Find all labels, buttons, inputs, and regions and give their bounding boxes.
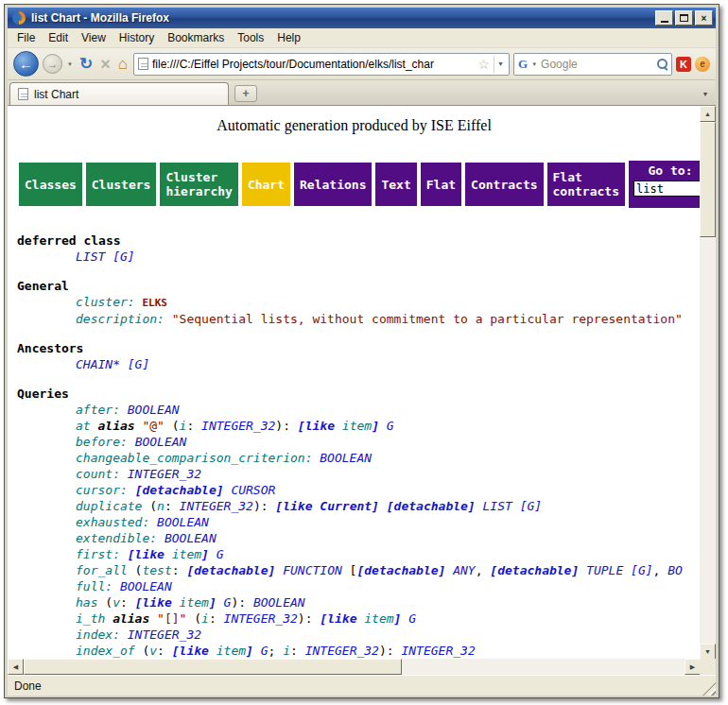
- class-link[interactable]: [detachable]: [186, 563, 275, 577]
- class-link[interactable]: BOOLEAN: [165, 531, 217, 545]
- class-link[interactable]: ]: [372, 419, 379, 433]
- class-link[interactable]: BOOLEAN: [120, 579, 172, 593]
- class-link[interactable]: FUNCTION: [283, 563, 342, 577]
- class-link[interactable]: ]: [209, 595, 217, 610]
- code-segment: changeable_comparison_criterion:: [76, 451, 320, 465]
- url-input[interactable]: [152, 58, 475, 71]
- nav-button-clusters[interactable]: Clusters: [86, 163, 157, 206]
- code-segment: (: [165, 419, 180, 433]
- class-link[interactable]: INTEGER_32: [401, 644, 475, 658]
- class-link[interactable]: INTEGER_32: [305, 644, 379, 658]
- forward-button[interactable]: →: [43, 54, 62, 74]
- home-button[interactable]: ⌂: [116, 56, 130, 72]
- horizontal-scroll-thumb[interactable]: [24, 659, 402, 675]
- code-segment: extendible:: [76, 531, 165, 545]
- menu-help[interactable]: Help: [270, 29, 307, 47]
- class-link[interactable]: CURSOR: [231, 483, 275, 497]
- menu-file[interactable]: File: [10, 29, 42, 47]
- location-bar[interactable]: ☆ ▼: [133, 53, 510, 76]
- horizontal-scrollbar[interactable]: ◀ ▶: [8, 659, 701, 675]
- menu-bookmarks[interactable]: Bookmarks: [161, 29, 231, 47]
- back-button[interactable]: ←: [13, 51, 39, 77]
- list-all-tabs-button[interactable]: ▼: [697, 85, 714, 102]
- goto-input[interactable]: [633, 181, 701, 197]
- class-link[interactable]: [detachable]: [387, 499, 476, 513]
- class-link[interactable]: BOOLEAN: [320, 451, 372, 465]
- class-link[interactable]: INTEGER_32: [128, 467, 201, 481]
- menu-history[interactable]: History: [113, 29, 161, 47]
- maximize-button[interactable]: [675, 10, 693, 26]
- class-link[interactable]: BOOLEAN: [253, 595, 305, 610]
- class-link[interactable]: G: [387, 419, 394, 433]
- class-link[interactable]: [like: [128, 547, 172, 561]
- code-segment: :: [120, 595, 135, 610]
- menu-edit[interactable]: Edit: [42, 29, 75, 47]
- search-bar[interactable]: G ▼: [513, 53, 672, 76]
- class-link[interactable]: CHAIN* [G]: [76, 357, 149, 371]
- class-link[interactable]: BOOLEAN: [128, 403, 180, 417]
- new-tab-button[interactable]: +: [234, 85, 257, 102]
- class-link[interactable]: ]: [246, 644, 253, 658]
- search-magnifier-icon[interactable]: [656, 58, 668, 70]
- nav-button-flat[interactable]: Flat: [421, 163, 461, 206]
- class-link[interactable]: BOOLEAN: [157, 515, 209, 529]
- code-segment: ):: [298, 611, 320, 626]
- class-link[interactable]: INTEGER_32: [180, 499, 253, 513]
- url-history-dropdown[interactable]: ▼: [494, 56, 507, 73]
- class-link[interactable]: [like: [298, 419, 342, 433]
- class-link[interactable]: [detachable]: [356, 563, 445, 577]
- addon-icon-orange[interactable]: e: [695, 57, 710, 72]
- page-favicon: [138, 58, 148, 70]
- tab-list-chart[interactable]: list Chart: [9, 82, 229, 105]
- class-link[interactable]: INTEGER_32: [224, 611, 298, 626]
- class-link[interactable]: LIST [G]: [76, 249, 135, 264]
- class-link[interactable]: [like: [135, 595, 180, 610]
- nav-button-flat-contracts[interactable]: Flat contracts: [547, 163, 625, 206]
- scrollbar-corner: [700, 659, 716, 675]
- nav-button-chart[interactable]: Chart: [242, 163, 290, 206]
- close-button[interactable]: ×: [695, 10, 713, 26]
- nav-button-contracts[interactable]: Contracts: [465, 163, 543, 206]
- class-link[interactable]: [detachable]: [135, 483, 224, 497]
- minimize-button[interactable]: [655, 10, 673, 26]
- class-link[interactable]: ANY: [453, 563, 475, 577]
- nav-button-relations[interactable]: Relations: [294, 163, 372, 206]
- search-engine-dropdown-icon[interactable]: ▼: [530, 61, 538, 67]
- class-link[interactable]: LIST [G]: [483, 499, 543, 513]
- code-segment: [275, 563, 283, 577]
- minimize-icon: [661, 21, 668, 23]
- menu-view[interactable]: View: [75, 29, 113, 47]
- search-input[interactable]: [541, 58, 653, 71]
- refresh-button[interactable]: ↻: [78, 56, 95, 72]
- class-link[interactable]: INTEGER_32: [201, 419, 275, 433]
- addon-icon-red[interactable]: K: [676, 57, 691, 72]
- class-link[interactable]: INTEGER_32: [128, 628, 201, 642]
- nav-button-classes[interactable]: Classes: [19, 163, 82, 206]
- nav-button-cluster-hierarchy[interactable]: Cluster hierarchy: [160, 163, 237, 206]
- nav-button-text[interactable]: Text: [375, 163, 416, 206]
- bookmark-star-icon[interactable]: ☆: [478, 58, 491, 71]
- class-link[interactable]: G: [408, 611, 416, 626]
- class-link[interactable]: [like Current]: [275, 499, 379, 513]
- resize-grip[interactable]: [702, 682, 716, 696]
- vertical-scrollbar[interactable]: ▲ ▼: [700, 106, 716, 660]
- class-link[interactable]: G: [217, 547, 224, 561]
- scroll-right-button[interactable]: ▶: [685, 659, 701, 675]
- history-dropdown-icon[interactable]: ▼: [66, 61, 74, 67]
- class-link[interactable]: [like: [172, 644, 217, 658]
- stop-button[interactable]: ×: [98, 56, 113, 73]
- class-link[interactable]: [like: [320, 611, 364, 626]
- class-link[interactable]: G: [261, 644, 269, 658]
- code-line: exhausted: BOOLEAN: [17, 514, 701, 530]
- class-link[interactable]: BOOLEAN: [135, 435, 187, 449]
- class-link[interactable]: ]: [201, 547, 209, 561]
- class-link[interactable]: [detachable]: [490, 563, 579, 577]
- title-bar[interactable]: list Chart - Mozilla Firefox ×: [8, 8, 716, 28]
- class-link[interactable]: TUPLE [G]: [586, 563, 652, 577]
- scroll-down-button[interactable]: ▼: [700, 644, 716, 660]
- class-link[interactable]: BO: [667, 563, 683, 577]
- vertical-scroll-thumb[interactable]: [700, 122, 716, 237]
- scroll-up-button[interactable]: ▲: [700, 106, 716, 122]
- menu-tools[interactable]: Tools: [231, 29, 270, 47]
- scroll-left-button[interactable]: ◀: [8, 659, 24, 675]
